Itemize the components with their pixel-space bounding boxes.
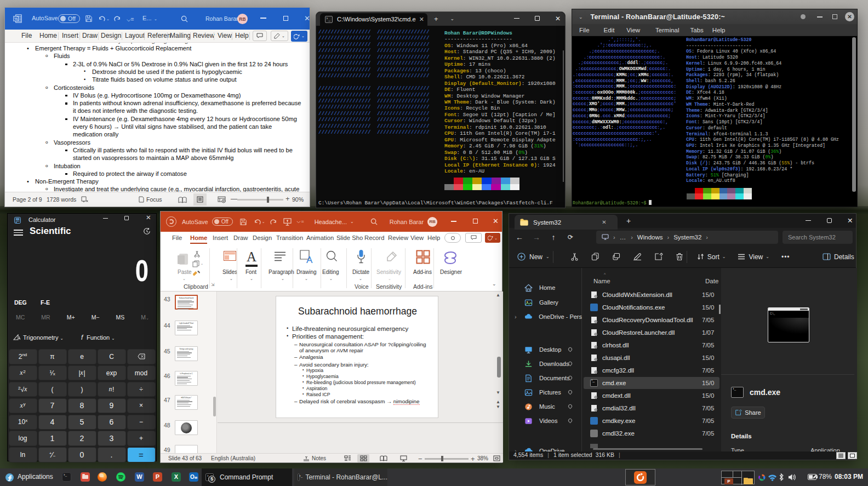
svg-text:A: A bbox=[306, 255, 313, 264]
